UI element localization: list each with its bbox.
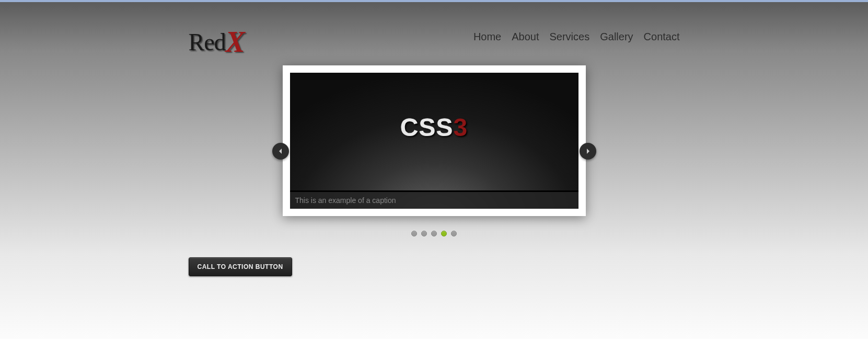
slider-slide: CSS3 This is an example of a caption xyxy=(290,73,578,209)
nav-item-about[interactable]: About xyxy=(512,31,539,43)
slider-pagination xyxy=(283,231,586,236)
slider-next-button[interactable] xyxy=(580,143,596,160)
slider-dot[interactable] xyxy=(411,231,417,236)
cta-button[interactable]: CALL TO ACTION BUTTON xyxy=(189,257,292,276)
site-logo[interactable]: RedX xyxy=(189,26,245,55)
slider-prev-button[interactable] xyxy=(272,143,289,160)
chevron-left-icon xyxy=(279,148,283,154)
slide-headline-accent: 3 xyxy=(454,114,468,141)
cta-row: CALL TO ACTION BUTTON xyxy=(189,257,680,276)
slider-dot[interactable] xyxy=(421,231,427,236)
header: RedX Home About Services Gallery Contact xyxy=(189,2,680,55)
nav-item-contact[interactable]: Contact xyxy=(644,31,680,43)
slider-dot[interactable] xyxy=(431,231,437,236)
nav-item-home[interactable]: Home xyxy=(473,31,501,43)
slider-dot[interactable] xyxy=(441,231,447,236)
nav-item-gallery[interactable]: Gallery xyxy=(600,31,633,43)
slider-dot[interactable] xyxy=(451,231,457,236)
main-nav: Home About Services Gallery Contact xyxy=(473,31,680,43)
chevron-right-icon xyxy=(586,148,590,154)
slide-headline-main: CSS xyxy=(400,114,454,141)
slide-headline: CSS3 xyxy=(400,113,468,142)
logo-text-part1: Red xyxy=(189,29,226,55)
hero-slider: CSS3 This is an example of a caption xyxy=(283,65,586,236)
logo-text-part2: X xyxy=(226,27,245,56)
slide-caption: This is an example of a caption xyxy=(290,192,578,209)
nav-item-services[interactable]: Services xyxy=(550,31,590,43)
slider-frame: CSS3 This is an example of a caption xyxy=(283,65,586,216)
